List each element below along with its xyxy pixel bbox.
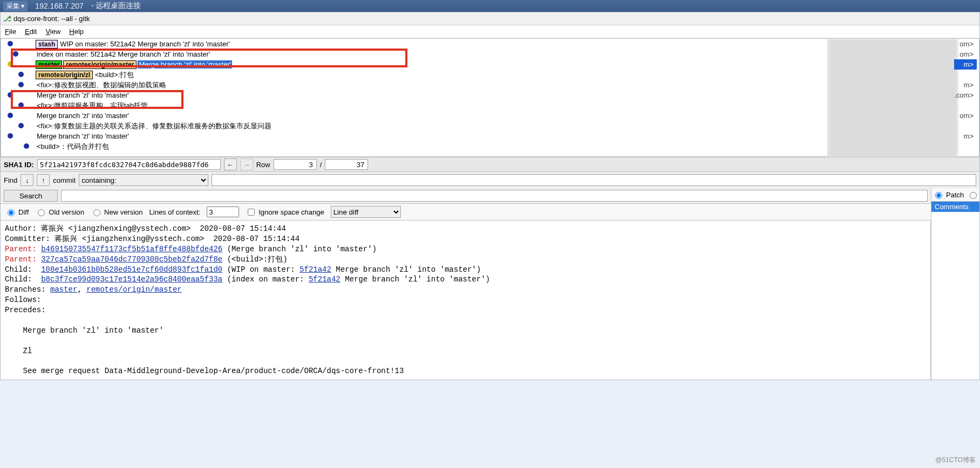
author-line: Author: 蒋振兴 <jiangzhenxing@ysstech.com> … [5, 224, 286, 233]
find-mode: commit [53, 176, 76, 184]
precedes-label: Precedes: [5, 306, 46, 314]
sha-input[interactable] [37, 159, 221, 170]
nav-back-button[interactable]: ← [224, 159, 237, 170]
child1-link[interactable]: 108e14b0361b0b528ed51e7cf60dd893fc1fa1d0 [41, 265, 222, 274]
old-version-radio[interactable]: Old version [35, 208, 84, 216]
author-row: m> [954, 80, 977, 90]
find-bar: Find ↓ ↑ commit containing: [1, 172, 979, 188]
author-row [954, 121, 977, 131]
commit-msg: Merge branch 'zl' into 'master' [138, 60, 232, 68]
commit-row[interactable]: <build>：代码合并打包 [1, 141, 828, 152]
diff-options-bar: Diff Old version New version Lines of co… [1, 204, 931, 221]
author-row [954, 70, 977, 80]
committer-line: Committer: 蒋振兴 <jiangzhenxing@ysstech.co… [5, 235, 300, 243]
parent-label: Parent: [5, 255, 41, 264]
menu-help[interactable]: Help [69, 27, 84, 36]
find-prev-button[interactable]: ↑ [37, 174, 50, 186]
branches-label: Branches: [5, 285, 50, 294]
search-button[interactable]: Search [4, 190, 58, 202]
commit-msg: <build>：代码合并打包 [36, 142, 110, 152]
author-row-selected: m> [954, 59, 977, 70]
row-sep: / [320, 161, 322, 169]
new-version-radio[interactable]: New version [91, 208, 143, 216]
commit-msg: <fix>:修复数据主题的关联关系选择、修复数据标准服务的数据集市反显问题 [36, 121, 273, 131]
author-row: .com> [954, 90, 977, 100]
commit-row[interactable]: Merge branch 'zl' into 'master' [1, 111, 828, 121]
commit-row[interactable]: index on master: 5f21a42 Merge branch 'z… [1, 49, 828, 59]
branch-remote-link[interactable]: remotes/origin/master [86, 285, 181, 294]
remote-desktop-title-bar: 采集 ▾ 192.168.7.207 - 远程桌面连接 [0, 0, 980, 12]
author-row: om> [954, 39, 977, 49]
ignore-space-checkbox[interactable]: Ignore space change [246, 207, 324, 217]
row-current: 3 [274, 159, 317, 170]
window-title-bar[interactable]: ⎇ dqs-core-front: --all - gitk [1, 12, 979, 25]
branch-master-link[interactable]: master [50, 285, 77, 294]
patch-radio[interactable]: Patch [933, 190, 964, 199]
follows-label: Follows: [5, 295, 41, 304]
commit-graph-pane[interactable]: stash WIP on master: 5f21a42 Merge branc… [1, 38, 828, 157]
author-row [954, 100, 977, 111]
commit-row[interactable]: <fix>:修复数据主题的关联关系选择、修复数据标准服务的数据集市反显问题 [1, 121, 828, 131]
child1-short-link[interactable]: 5f21a42 [300, 265, 331, 274]
comments-item[interactable]: Comments [931, 202, 979, 212]
nav-forward-button[interactable]: → [240, 159, 253, 170]
line-diff-select[interactable]: Line diff [331, 206, 401, 218]
menu-edit[interactable]: Edit [25, 27, 37, 36]
commit-msg: WIP on master: 5f21a42 Merge branch 'zl'… [59, 40, 231, 48]
remote-title: - 远程桌面连接 [91, 1, 141, 11]
child-label: Child: [5, 265, 41, 274]
ref-remote-zl: remotes/origin/zl [36, 71, 93, 79]
capture-dropdown[interactable]: 采集 ▾ [3, 1, 28, 11]
commit-msg: <fix>:修改数据视图、数据编辑的加载策略 [36, 80, 167, 90]
find-containing-select[interactable]: containing: [79, 174, 208, 186]
row-label: Row [256, 161, 270, 169]
menu-file[interactable]: File [5, 27, 16, 36]
commit-row-selected[interactable]: master remotes/origin/master Merge branc… [1, 59, 828, 70]
parent1-link[interactable]: b469150735547f1173cf5b51af8ffe488bfde426 [41, 245, 222, 253]
author-row: om> [954, 49, 977, 59]
commit-msg: index on master: 5f21a42 Merge branch 'z… [36, 50, 211, 58]
commit-row[interactable]: <fix>:修改数据视图、数据编辑的加载策略 [1, 80, 828, 90]
search-input[interactable] [61, 190, 928, 202]
ref-remote-master: remotes/origin/master [63, 60, 137, 69]
lines-of-context-spinner[interactable] [207, 207, 239, 217]
parent2-link[interactable]: 327ca57ca59aa7046dc7709308c5beb2fa2d7f8e [41, 255, 222, 264]
sha-bar: SHA1 ID: ← → Row 3 / 37 [1, 157, 979, 172]
commit-row[interactable]: Merge branch 'zl' into 'master' [1, 131, 828, 141]
commit-msg: Merge branch 'zl' into 'master' [36, 91, 130, 99]
parent-label: Parent: [5, 245, 41, 253]
child-label: Child: [5, 275, 41, 284]
find-input[interactable] [212, 174, 976, 186]
ref-master: master [36, 60, 62, 69]
child2-short-link[interactable]: 5f21a42 [309, 275, 341, 284]
diff-radio[interactable]: Diff [5, 208, 29, 216]
commit-row[interactable]: <fix>:微前端服务重构，实现tab托管 [1, 100, 828, 111]
commit-msg: Merge branch 'zl' into 'master' [36, 132, 130, 140]
gitk-icon: ⎇ [3, 15, 11, 23]
find-next-button[interactable]: ↓ [21, 174, 33, 186]
tree-radio[interactable]: T [967, 190, 980, 199]
commit-row[interactable]: stash WIP on master: 5f21a42 Merge branc… [1, 39, 828, 49]
menu-view[interactable]: View [45, 27, 60, 36]
menu-bar: File Edit View Help [1, 25, 979, 38]
commit-msg: <build>:打包 [94, 70, 135, 80]
author-row: om> [954, 111, 977, 121]
file-list-side: Patch T Comments [931, 188, 979, 380]
commit-row[interactable]: remotes/origin/zl <build>:打包 [1, 70, 828, 80]
child2-link[interactable]: b8c3f7ce99d093c17e1514e2a96c8400eaa5f33a [41, 275, 222, 284]
commit-row[interactable]: Merge branch 'zl' into 'master' [1, 90, 828, 100]
author-date-pane[interactable]: om> om> m> m> .com> om> m> [828, 38, 979, 157]
commit-detail-pane[interactable]: Author: 蒋振兴 <jiangzhenxing@ysstech.com> … [1, 221, 931, 380]
search-row: Search [1, 188, 931, 204]
window-title: dqs-core-front: --all - gitk [13, 15, 90, 23]
merge-request-line: See merge request Data-Middleground-Deve… [5, 367, 404, 375]
gitk-window: ⎇ dqs-core-front: --all - gitk File Edit… [0, 12, 980, 380]
author-row: m> [954, 131, 977, 141]
merge-body: Zl [5, 347, 32, 355]
ref-stash: stash [36, 40, 58, 49]
commit-msg: <fix>:微前端服务重构，实现tab托管 [36, 101, 149, 111]
merge-message: Merge branch 'zl' into 'master' [5, 326, 164, 335]
find-label: Find [4, 176, 17, 184]
row-total: 37 [325, 159, 368, 170]
lines-of-context-label: Lines of context: [149, 208, 201, 216]
